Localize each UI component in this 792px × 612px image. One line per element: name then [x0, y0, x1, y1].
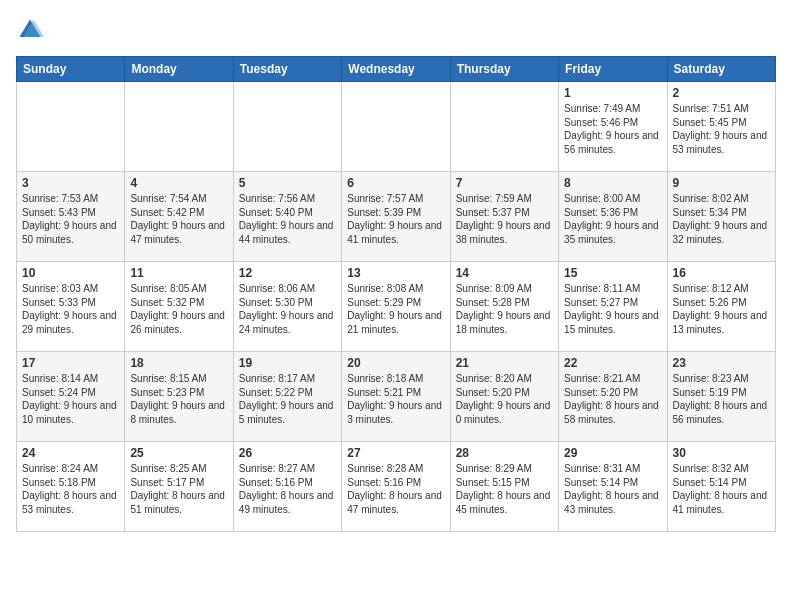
day-number: 26 [239, 446, 336, 460]
calendar-cell: 23 Sunrise: 8:23 AMSunset: 5:19 PMDaylig… [667, 352, 775, 442]
weekday-header-monday: Monday [125, 57, 233, 82]
calendar-week-3: 10 Sunrise: 8:03 AMSunset: 5:33 PMDaylig… [17, 262, 776, 352]
day-number: 19 [239, 356, 336, 370]
calendar-cell: 13 Sunrise: 8:08 AMSunset: 5:29 PMDaylig… [342, 262, 450, 352]
day-number: 6 [347, 176, 444, 190]
calendar-cell: 6 Sunrise: 7:57 AMSunset: 5:39 PMDayligh… [342, 172, 450, 262]
day-info: Sunrise: 7:49 AMSunset: 5:46 PMDaylight:… [564, 102, 661, 156]
calendar-header: SundayMondayTuesdayWednesdayThursdayFrid… [17, 57, 776, 82]
day-number: 12 [239, 266, 336, 280]
calendar-cell: 16 Sunrise: 8:12 AMSunset: 5:26 PMDaylig… [667, 262, 775, 352]
day-info: Sunrise: 8:12 AMSunset: 5:26 PMDaylight:… [673, 282, 770, 336]
day-number: 30 [673, 446, 770, 460]
day-number: 1 [564, 86, 661, 100]
calendar-cell: 18 Sunrise: 8:15 AMSunset: 5:23 PMDaylig… [125, 352, 233, 442]
day-number: 11 [130, 266, 227, 280]
calendar-cell: 1 Sunrise: 7:49 AMSunset: 5:46 PMDayligh… [559, 82, 667, 172]
day-info: Sunrise: 8:20 AMSunset: 5:20 PMDaylight:… [456, 372, 553, 426]
day-number: 2 [673, 86, 770, 100]
day-number: 28 [456, 446, 553, 460]
calendar-cell: 26 Sunrise: 8:27 AMSunset: 5:16 PMDaylig… [233, 442, 341, 532]
weekday-row: SundayMondayTuesdayWednesdayThursdayFrid… [17, 57, 776, 82]
calendar-cell [450, 82, 558, 172]
weekday-header-wednesday: Wednesday [342, 57, 450, 82]
day-info: Sunrise: 7:51 AMSunset: 5:45 PMDaylight:… [673, 102, 770, 156]
calendar-cell: 22 Sunrise: 8:21 AMSunset: 5:20 PMDaylig… [559, 352, 667, 442]
day-info: Sunrise: 8:08 AMSunset: 5:29 PMDaylight:… [347, 282, 444, 336]
day-number: 3 [22, 176, 119, 190]
day-info: Sunrise: 8:11 AMSunset: 5:27 PMDaylight:… [564, 282, 661, 336]
day-number: 25 [130, 446, 227, 460]
page-header [16, 16, 776, 44]
day-info: Sunrise: 8:02 AMSunset: 5:34 PMDaylight:… [673, 192, 770, 246]
day-number: 20 [347, 356, 444, 370]
day-number: 9 [673, 176, 770, 190]
day-info: Sunrise: 7:56 AMSunset: 5:40 PMDaylight:… [239, 192, 336, 246]
calendar-cell: 9 Sunrise: 8:02 AMSunset: 5:34 PMDayligh… [667, 172, 775, 262]
day-info: Sunrise: 7:54 AMSunset: 5:42 PMDaylight:… [130, 192, 227, 246]
day-number: 5 [239, 176, 336, 190]
day-number: 7 [456, 176, 553, 190]
day-info: Sunrise: 8:06 AMSunset: 5:30 PMDaylight:… [239, 282, 336, 336]
day-info: Sunrise: 8:21 AMSunset: 5:20 PMDaylight:… [564, 372, 661, 426]
calendar-cell: 11 Sunrise: 8:05 AMSunset: 5:32 PMDaylig… [125, 262, 233, 352]
day-info: Sunrise: 7:59 AMSunset: 5:37 PMDaylight:… [456, 192, 553, 246]
calendar-cell: 8 Sunrise: 8:00 AMSunset: 5:36 PMDayligh… [559, 172, 667, 262]
calendar-cell: 15 Sunrise: 8:11 AMSunset: 5:27 PMDaylig… [559, 262, 667, 352]
calendar-cell [17, 82, 125, 172]
calendar-cell: 12 Sunrise: 8:06 AMSunset: 5:30 PMDaylig… [233, 262, 341, 352]
logo [16, 16, 48, 44]
day-info: Sunrise: 8:05 AMSunset: 5:32 PMDaylight:… [130, 282, 227, 336]
day-info: Sunrise: 8:27 AMSunset: 5:16 PMDaylight:… [239, 462, 336, 516]
day-number: 22 [564, 356, 661, 370]
calendar-cell: 21 Sunrise: 8:20 AMSunset: 5:20 PMDaylig… [450, 352, 558, 442]
calendar-cell [125, 82, 233, 172]
day-info: Sunrise: 8:31 AMSunset: 5:14 PMDaylight:… [564, 462, 661, 516]
day-info: Sunrise: 8:17 AMSunset: 5:22 PMDaylight:… [239, 372, 336, 426]
calendar-cell: 27 Sunrise: 8:28 AMSunset: 5:16 PMDaylig… [342, 442, 450, 532]
calendar-cell: 10 Sunrise: 8:03 AMSunset: 5:33 PMDaylig… [17, 262, 125, 352]
day-number: 18 [130, 356, 227, 370]
day-info: Sunrise: 8:29 AMSunset: 5:15 PMDaylight:… [456, 462, 553, 516]
calendar-week-2: 3 Sunrise: 7:53 AMSunset: 5:43 PMDayligh… [17, 172, 776, 262]
calendar-cell: 19 Sunrise: 8:17 AMSunset: 5:22 PMDaylig… [233, 352, 341, 442]
calendar-cell: 17 Sunrise: 8:14 AMSunset: 5:24 PMDaylig… [17, 352, 125, 442]
calendar-cell: 14 Sunrise: 8:09 AMSunset: 5:28 PMDaylig… [450, 262, 558, 352]
calendar-cell: 20 Sunrise: 8:18 AMSunset: 5:21 PMDaylig… [342, 352, 450, 442]
day-number: 23 [673, 356, 770, 370]
weekday-header-friday: Friday [559, 57, 667, 82]
weekday-header-sunday: Sunday [17, 57, 125, 82]
logo-icon [16, 16, 44, 44]
day-info: Sunrise: 7:57 AMSunset: 5:39 PMDaylight:… [347, 192, 444, 246]
calendar-cell [233, 82, 341, 172]
day-info: Sunrise: 8:14 AMSunset: 5:24 PMDaylight:… [22, 372, 119, 426]
day-number: 29 [564, 446, 661, 460]
day-number: 17 [22, 356, 119, 370]
calendar-cell: 25 Sunrise: 8:25 AMSunset: 5:17 PMDaylig… [125, 442, 233, 532]
day-number: 4 [130, 176, 227, 190]
calendar-table: SundayMondayTuesdayWednesdayThursdayFrid… [16, 56, 776, 532]
day-number: 21 [456, 356, 553, 370]
calendar-cell: 2 Sunrise: 7:51 AMSunset: 5:45 PMDayligh… [667, 82, 775, 172]
calendar-week-1: 1 Sunrise: 7:49 AMSunset: 5:46 PMDayligh… [17, 82, 776, 172]
day-info: Sunrise: 8:28 AMSunset: 5:16 PMDaylight:… [347, 462, 444, 516]
day-info: Sunrise: 8:23 AMSunset: 5:19 PMDaylight:… [673, 372, 770, 426]
day-info: Sunrise: 8:25 AMSunset: 5:17 PMDaylight:… [130, 462, 227, 516]
day-number: 13 [347, 266, 444, 280]
day-number: 14 [456, 266, 553, 280]
weekday-header-thursday: Thursday [450, 57, 558, 82]
day-number: 10 [22, 266, 119, 280]
calendar-cell: 4 Sunrise: 7:54 AMSunset: 5:42 PMDayligh… [125, 172, 233, 262]
day-number: 15 [564, 266, 661, 280]
calendar-cell: 30 Sunrise: 8:32 AMSunset: 5:14 PMDaylig… [667, 442, 775, 532]
day-number: 24 [22, 446, 119, 460]
calendar-cell: 3 Sunrise: 7:53 AMSunset: 5:43 PMDayligh… [17, 172, 125, 262]
day-info: Sunrise: 8:03 AMSunset: 5:33 PMDaylight:… [22, 282, 119, 336]
calendar-week-4: 17 Sunrise: 8:14 AMSunset: 5:24 PMDaylig… [17, 352, 776, 442]
day-number: 8 [564, 176, 661, 190]
calendar-cell: 24 Sunrise: 8:24 AMSunset: 5:18 PMDaylig… [17, 442, 125, 532]
calendar-cell [342, 82, 450, 172]
day-info: Sunrise: 8:15 AMSunset: 5:23 PMDaylight:… [130, 372, 227, 426]
day-info: Sunrise: 8:00 AMSunset: 5:36 PMDaylight:… [564, 192, 661, 246]
calendar-cell: 29 Sunrise: 8:31 AMSunset: 5:14 PMDaylig… [559, 442, 667, 532]
